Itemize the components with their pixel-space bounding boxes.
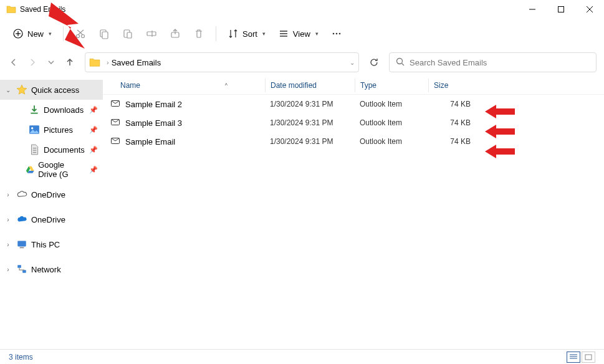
pin-icon: 📌 bbox=[89, 166, 98, 174]
sort-button[interactable]: Sort ▾ bbox=[223, 23, 271, 44]
chevron-right-icon[interactable]: › bbox=[4, 191, 12, 198]
google-drive-icon bbox=[26, 164, 35, 175]
view-icon bbox=[278, 28, 289, 39]
file-row[interactable]: Sample Email 1/30/2024 9:31 PM Outlook I… bbox=[103, 132, 604, 151]
forward-button[interactable] bbox=[26, 56, 39, 69]
title-bar: Saved Emails bbox=[0, 0, 604, 19]
file-name: Sample Email 3 bbox=[125, 118, 182, 128]
up-button[interactable] bbox=[64, 56, 76, 69]
sort-icon bbox=[228, 28, 239, 39]
svg-line-25 bbox=[402, 63, 405, 65]
file-date: 1/30/2024 9:31 PM bbox=[265, 118, 355, 127]
chevron-down-icon[interactable]: ⌄ bbox=[350, 59, 355, 66]
chevron-right-icon[interactable]: › bbox=[4, 266, 12, 273]
cut-icon bbox=[75, 28, 86, 39]
delete-button[interactable] bbox=[188, 23, 209, 44]
chevron-down-icon[interactable]: ⌄ bbox=[4, 87, 12, 93]
svg-point-21 bbox=[333, 33, 335, 35]
rename-button[interactable] bbox=[141, 23, 162, 44]
sidebar-item-this-pc[interactable]: › This PC bbox=[0, 234, 103, 254]
refresh-button[interactable] bbox=[364, 52, 384, 72]
sidebar-item-label: OneDrive bbox=[31, 215, 65, 224]
sidebar-item-google-drive[interactable]: Google Drive (G 📌 bbox=[0, 160, 103, 180]
rename-icon bbox=[146, 28, 157, 39]
details-view-button[interactable] bbox=[567, 352, 580, 363]
svg-rect-41 bbox=[585, 355, 592, 360]
new-button[interactable]: New ▾ bbox=[7, 23, 57, 44]
sidebar-item-pictures[interactable]: Pictures 📌 bbox=[0, 120, 103, 140]
pin-icon: 📌 bbox=[89, 126, 98, 134]
recent-dropdown[interactable] bbox=[45, 56, 57, 69]
sidebar-item-label: Quick access bbox=[31, 85, 79, 95]
mail-icon bbox=[110, 98, 120, 110]
column-label: Size bbox=[434, 81, 448, 90]
svg-line-10 bbox=[78, 30, 84, 35]
share-button[interactable] bbox=[165, 23, 186, 44]
address-bar[interactable]: › Saved Emails ⌄ bbox=[85, 52, 359, 72]
sidebar-item-onedrive-2[interactable]: › OneDrive bbox=[0, 209, 103, 229]
status-item-count: 3 items bbox=[9, 353, 33, 362]
trash-icon bbox=[193, 28, 204, 39]
new-icon bbox=[12, 28, 24, 39]
file-list: Name ^ Date modified Type Size Sample Em… bbox=[103, 76, 604, 349]
chevron-down-icon: ▾ bbox=[262, 31, 266, 37]
file-size: 74 KB bbox=[428, 100, 477, 108]
chevron-down-icon: ▾ bbox=[315, 31, 319, 37]
status-bar: 3 items bbox=[0, 349, 604, 364]
thumbnails-view-button[interactable] bbox=[582, 352, 595, 363]
star-icon bbox=[16, 84, 27, 95]
pin-icon: 📌 bbox=[89, 146, 98, 154]
sidebar-item-label: Documents bbox=[44, 145, 85, 155]
network-icon bbox=[16, 264, 27, 275]
svg-point-7 bbox=[77, 35, 80, 38]
svg-point-24 bbox=[397, 58, 403, 64]
view-button[interactable]: View ▾ bbox=[273, 23, 324, 44]
close-button[interactable] bbox=[575, 0, 604, 19]
chevron-right-icon[interactable]: › bbox=[4, 216, 12, 223]
file-type: Outlook Item bbox=[355, 137, 428, 146]
column-header-type[interactable]: Type bbox=[355, 79, 428, 92]
svg-point-23 bbox=[339, 33, 341, 35]
more-button[interactable] bbox=[326, 23, 347, 44]
column-header-size[interactable]: Size bbox=[428, 79, 477, 92]
sidebar-item-network[interactable]: › Network bbox=[0, 259, 103, 279]
search-icon bbox=[396, 57, 405, 68]
copy-button[interactable] bbox=[93, 23, 115, 44]
chevron-right-icon[interactable]: › bbox=[4, 241, 12, 248]
copy-icon bbox=[98, 28, 110, 39]
search-box[interactable]: Search Saved Emails bbox=[389, 52, 597, 72]
onedrive-outline-icon bbox=[16, 189, 27, 200]
sidebar-item-quick-access[interactable]: ⌄ Quick access bbox=[0, 80, 103, 100]
minimize-button[interactable] bbox=[518, 0, 547, 19]
sort-label: Sort bbox=[242, 29, 257, 39]
maximize-button[interactable] bbox=[547, 0, 575, 19]
svg-rect-32 bbox=[20, 247, 24, 249]
file-row[interactable]: Sample Email 2 1/30/2024 9:31 PM Outlook… bbox=[103, 95, 604, 113]
pin-icon: 📌 bbox=[89, 106, 98, 114]
onedrive-icon bbox=[16, 214, 27, 225]
sidebar-item-label: This PC bbox=[31, 240, 60, 249]
file-type: Outlook Item bbox=[355, 118, 428, 127]
file-name: Sample Email 2 bbox=[125, 100, 182, 109]
sidebar-item-downloads[interactable]: Downloads 📌 bbox=[0, 100, 103, 120]
file-row[interactable]: Sample Email 3 1/30/2024 9:31 PM Outlook… bbox=[103, 113, 604, 132]
paste-button[interactable] bbox=[117, 23, 138, 44]
sidebar-item-label: Network bbox=[31, 265, 61, 274]
svg-rect-34 bbox=[22, 270, 26, 273]
sidebar-item-onedrive-1[interactable]: › OneDrive bbox=[0, 184, 103, 204]
cut-button[interactable] bbox=[70, 23, 91, 44]
column-header-date[interactable]: Date modified bbox=[265, 79, 355, 92]
sidebar-item-documents[interactable]: Documents 📌 bbox=[0, 140, 103, 160]
file-size: 74 KB bbox=[428, 118, 477, 127]
back-button[interactable] bbox=[7, 56, 20, 69]
chevron-down-icon: ▾ bbox=[49, 31, 52, 37]
pictures-icon bbox=[29, 124, 40, 135]
folder-icon bbox=[89, 57, 100, 68]
this-pc-icon bbox=[16, 239, 27, 250]
file-type: Outlook Item bbox=[355, 100, 428, 108]
column-header-name[interactable]: Name ^ bbox=[103, 81, 265, 90]
mail-icon bbox=[110, 117, 120, 129]
new-label: New bbox=[27, 29, 44, 39]
folder-icon bbox=[6, 4, 16, 14]
breadcrumb[interactable]: Saved Emails bbox=[112, 58, 161, 67]
